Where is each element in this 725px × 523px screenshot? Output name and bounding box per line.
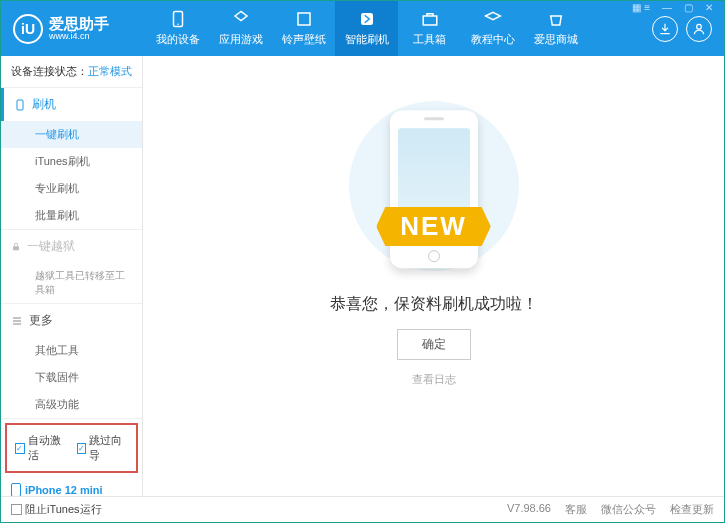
sidebar-header-label: 刷机 [32,96,56,113]
sidebar-item-other-tools[interactable]: 其他工具 [1,337,142,364]
nav-label: 爱思商城 [534,32,578,47]
top-nav: 我的设备 应用游戏 铃声壁纸 智能刷机 工具箱 教程中心 [146,1,652,56]
version-label: V7.98.66 [507,502,551,517]
checkbox-block-itunes[interactable]: 阻止iTunes运行 [11,502,102,517]
sidebar-more-header[interactable]: 更多 [1,304,142,337]
user-button[interactable] [686,16,712,42]
wechat-link[interactable]: 微信公众号 [601,502,656,517]
nav-label: 智能刷机 [345,32,389,47]
close-icon[interactable]: ✕ [701,0,717,15]
device-info: iPhone 12 mini 64GB Down-12mini-13,1 [1,477,142,496]
phone-icon [14,99,26,111]
minimize-icon[interactable]: — [658,0,676,15]
nav-label: 铃声壁纸 [282,32,326,47]
apps-icon [232,10,250,28]
flash-icon [358,10,376,28]
sidebar-jailbreak-header[interactable]: 一键越狱 [1,230,142,263]
confirm-button[interactable]: 确定 [397,329,471,360]
checkbox-icon [11,504,22,515]
sidebar: 设备连接状态：正常模式 刷机 一键刷机 iTunes刷机 专业刷机 批量刷机 一… [1,56,143,496]
app-url: www.i4.cn [49,31,109,42]
success-illustration: NEW [334,96,534,276]
nav-my-device[interactable]: 我的设备 [146,1,209,56]
sidebar-item-download-firmware[interactable]: 下载固件 [1,364,142,391]
sidebar-flash-header[interactable]: 刷机 [1,88,142,121]
checkbox-icon: ✓ [77,443,87,454]
sidebar-header-label: 更多 [29,312,53,329]
menu-icon[interactable]: ▦ ≡ [628,0,654,15]
jailbreak-note: 越狱工具已转移至工具箱 [1,263,142,303]
nav-tutorials[interactable]: 教程中心 [461,1,524,56]
svg-rect-6 [17,100,23,110]
svg-point-1 [177,24,179,26]
status-value: 正常模式 [88,65,132,77]
sidebar-item-pro-flash[interactable]: 专业刷机 [1,175,142,202]
nav-apps[interactable]: 应用游戏 [209,1,272,56]
service-link[interactable]: 客服 [565,502,587,517]
checkbox-icon: ✓ [15,443,25,454]
wallpaper-icon [295,10,313,28]
footer-bar: 阻止iTunes运行 V7.98.66 客服 微信公众号 检查更新 [1,496,724,522]
logo-icon: iU [13,14,43,44]
nav-mall[interactable]: 爱思商城 [524,1,587,56]
app-title: 爱思助手 [49,16,109,31]
sidebar-item-itunes-flash[interactable]: iTunes刷机 [1,148,142,175]
checkbox-auto-activate[interactable]: ✓ 自动激活 [15,433,67,463]
tutorial-icon [484,10,502,28]
main-content: NEW 恭喜您，保资料刷机成功啦！ 确定 查看日志 [143,56,724,496]
view-log-link[interactable]: 查看日志 [412,372,456,387]
device-status: 设备连接状态：正常模式 [1,56,142,88]
new-banner: NEW [376,207,491,246]
more-icon [11,315,23,327]
sidebar-item-advanced[interactable]: 高级功能 [1,391,142,418]
download-icon [658,22,672,36]
success-message: 恭喜您，保资料刷机成功啦！ [330,294,538,315]
lock-icon [11,242,21,252]
download-button[interactable] [652,16,678,42]
sidebar-item-oneclick-flash[interactable]: 一键刷机 [1,121,142,148]
mall-icon [547,10,565,28]
header-bar: iU 爱思助手 www.i4.cn 我的设备 应用游戏 铃声壁纸 智能刷机 [1,1,724,56]
nav-toolbox[interactable]: 工具箱 [398,1,461,56]
phone-icon [169,10,187,28]
svg-rect-4 [423,16,437,25]
nav-flash[interactable]: 智能刷机 [335,1,398,56]
checkbox-highlight-box: ✓ 自动激活 ✓ 跳过向导 [5,423,138,473]
nav-label: 应用游戏 [219,32,263,47]
svg-rect-3 [361,13,373,25]
check-update-link[interactable]: 检查更新 [670,502,714,517]
svg-rect-2 [298,13,310,25]
maximize-icon[interactable]: ▢ [680,0,697,15]
sidebar-header-label: 一键越狱 [27,238,75,255]
nav-label: 教程中心 [471,32,515,47]
user-icon [692,22,706,36]
logo: iU 爱思助手 www.i4.cn [13,14,146,44]
nav-label: 工具箱 [413,32,446,47]
checkbox-skip-guide[interactable]: ✓ 跳过向导 [77,433,129,463]
nav-label: 我的设备 [156,32,200,47]
device-name[interactable]: iPhone 12 mini [11,483,132,496]
sidebar-item-batch-flash[interactable]: 批量刷机 [1,202,142,229]
nav-ringtones[interactable]: 铃声壁纸 [272,1,335,56]
svg-rect-7 [13,246,19,250]
toolbox-icon [421,10,439,28]
svg-point-5 [697,24,702,29]
phone-icon [11,483,21,496]
